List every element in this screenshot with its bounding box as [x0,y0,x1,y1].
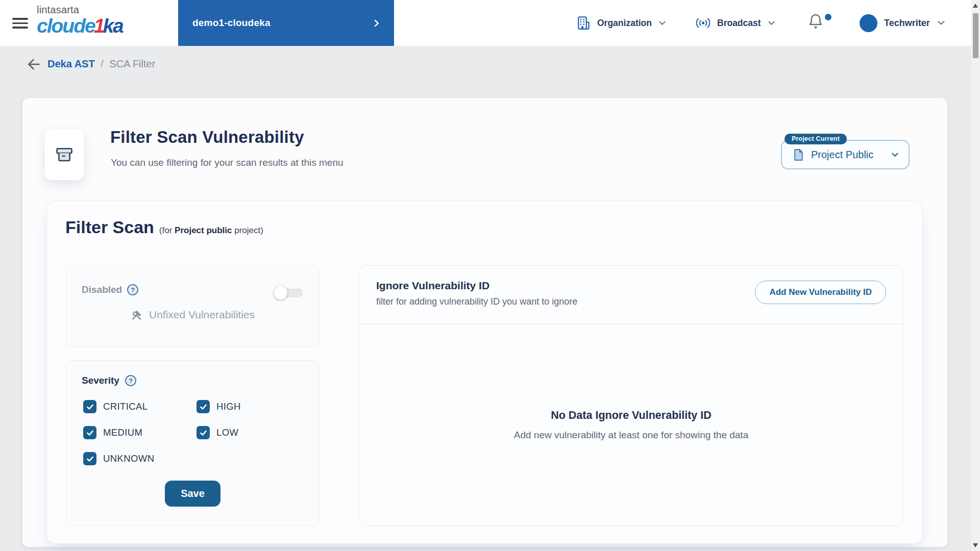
scrollbar-down-arrow-icon[interactable] [973,543,978,547]
filters-column: Disabled ? [66,265,320,526]
document-icon [793,148,804,161]
chevron-down-icon [937,18,946,28]
avatar [860,14,877,32]
filter-scan-heading-row: Filter Scan (for Project public project) [65,217,263,237]
severity-option-critical[interactable]: CRITICAL [83,400,197,413]
help-question-icon[interactable]: ? [127,284,138,295]
organization-label: Organization [597,18,652,29]
workspace-selector[interactable]: demo1-cloudeka [178,0,394,46]
project-selected-label: Project Public [811,149,884,161]
ignore-empty-state: No Data Ignore Vulnerability ID Add new … [359,324,903,526]
empty-state-subtitle: Add new vulnerability at least one for s… [514,430,748,441]
hamburger-menu-icon[interactable] [12,18,28,29]
top-header: lintasarta cloude1ka demo1-cloudeka [0,0,980,46]
severity-option-low[interactable]: LOW [197,426,304,439]
page-icon-tile [45,129,84,180]
help-question-icon[interactable]: ? [125,375,136,386]
chevron-down-icon [658,19,667,28]
empty-state-title: No Data Ignore Vulnerability ID [551,409,712,422]
checkbox-checked-icon[interactable] [83,452,96,465]
severity-options-grid: CRITICAL HIGH MEDIUM [83,400,304,465]
project-current-badge: Project Current [785,134,847,144]
ignore-column: Ignore Vulnerability ID filter for addin… [359,265,903,526]
back-arrow-icon[interactable] [26,56,43,72]
vertical-scrollbar[interactable] [971,0,980,551]
filter-scan-note: (for Project public project) [159,226,263,236]
ignore-vulnerability-panel: Ignore Vulnerability ID filter for addin… [359,265,903,526]
unfixed-vulnerabilities-label: Unfixed Vulnerabilities [149,309,255,321]
breadcrumb-separator: / [101,58,104,69]
checkbox-checked-icon[interactable] [197,426,210,439]
breadcrumb: Deka AST / SCA Filter [47,58,155,70]
breadcrumb-row: Deka AST / SCA Filter [0,46,970,83]
page-title: Filter Scan Vulnerability [110,128,304,147]
scrollbar-thumb[interactable] [973,13,978,58]
save-button[interactable]: Save [165,481,220,507]
organization-menu[interactable]: Organization [576,0,667,46]
checkbox-checked-icon[interactable] [83,400,96,413]
user-name: Techwriter [884,18,930,29]
disabled-panel: Disabled ? [66,265,320,347]
notification-dot-badge [825,14,831,20]
notifications-button[interactable] [806,12,830,34]
checkbox-checked-icon[interactable] [83,426,96,439]
archive-box-icon [54,144,75,165]
severity-option-unknown[interactable]: UNKNOWN [83,452,197,465]
broadcast-icon [695,17,711,29]
user-menu[interactable]: Techwriter [860,0,946,46]
severity-panel: Severity ? CRITICAL HIGH [66,360,320,526]
organization-building-icon [576,15,591,31]
severity-option-medium[interactable]: MEDIUM [83,426,197,439]
filter-scan-title: Filter Scan [65,217,154,237]
disabled-label: Disabled [82,284,122,295]
filter-scan-card: Filter Scan (for Project public project)… [46,201,923,544]
chevron-down-icon [767,19,776,28]
workspace-label: demo1-cloudeka [192,17,271,29]
app-root: lintasarta cloude1ka demo1-cloudeka [0,0,980,551]
ignore-panel-header: Ignore Vulnerability ID filter for addin… [359,266,903,324]
broadcast-label: Broadcast [717,18,761,29]
chevron-right-icon [372,19,381,28]
main-content-card: Filter Scan Vulnerability You can use fi… [22,98,947,547]
breadcrumb-link-deka-ast[interactable]: Deka AST [47,58,95,69]
brand-lintasarta-text: lintasarta [37,5,123,15]
disabled-toggle-switch[interactable] [274,286,303,299]
add-new-vulnerability-button[interactable]: Add New Vulnerability ID [755,281,886,304]
crossed-tools-icon [131,309,142,321]
brand-logo: lintasarta cloude1ka [37,5,123,36]
chevron-down-icon [891,151,899,159]
page-subtitle: You can use filtering for your scan resu… [111,157,344,168]
checkbox-checked-icon[interactable] [197,400,210,413]
brand-cloudeka-text: cloude1ka [37,16,123,36]
breadcrumb-current: SCA Filter [109,58,155,69]
severity-option-high[interactable]: HIGH [197,400,304,413]
scrollbar-up-arrow-icon[interactable] [973,4,978,8]
severity-label: Severity [82,375,119,386]
broadcast-menu[interactable]: Broadcast [695,0,776,46]
